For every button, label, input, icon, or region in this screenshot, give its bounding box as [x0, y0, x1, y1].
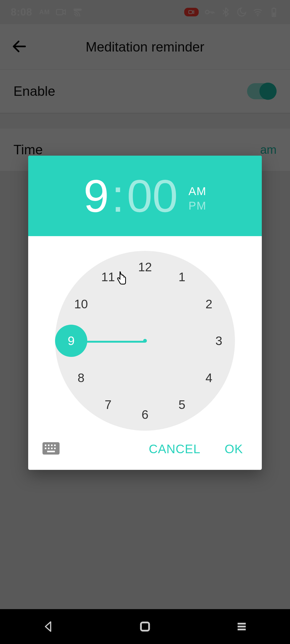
nav-back-button[interactable] [41, 620, 55, 634]
clock-hour-12[interactable]: 12 [137, 259, 153, 275]
cancel-button[interactable]: CANCEL [149, 442, 201, 456]
ampm-selector: AM PM [189, 185, 206, 212]
clock-hour-4[interactable]: 4 [201, 370, 217, 386]
svg-rect-18 [141, 623, 149, 631]
clock-hour-6[interactable]: 6 [137, 407, 153, 423]
clock-hour-11[interactable]: 11 [100, 269, 116, 285]
svg-rect-17 [47, 451, 55, 452]
pointer-cursor-icon [115, 271, 128, 288]
clock-hour-7[interactable]: 7 [100, 397, 116, 413]
am-option[interactable]: AM [189, 185, 206, 198]
clock-hour-2[interactable]: 2 [201, 296, 217, 312]
system-navigation-bar [0, 609, 290, 644]
nav-home-button[interactable] [138, 620, 152, 634]
clock-hour-10[interactable]: 10 [73, 296, 89, 312]
svg-rect-12 [54, 445, 56, 446]
clock-hour-9[interactable]: 9 [55, 325, 87, 357]
ok-button[interactable]: OK [225, 442, 243, 456]
keyboard-input-button[interactable] [42, 441, 60, 456]
time-minute-display[interactable]: 00 [127, 173, 178, 219]
pm-option[interactable]: PM [189, 199, 206, 212]
time-colon: : [112, 173, 124, 219]
svg-rect-14 [48, 448, 49, 449]
svg-rect-13 [45, 448, 46, 449]
svg-rect-9 [45, 445, 46, 446]
clock-face[interactable]: 121234567891011 [55, 251, 235, 431]
clock-center-dot [143, 339, 147, 343]
time-picker-header: 9 : 00 AM PM [28, 156, 262, 236]
clock-hour-8[interactable]: 8 [73, 370, 89, 386]
clock-hour-1[interactable]: 1 [174, 269, 190, 285]
nav-recent-button[interactable] [235, 620, 249, 634]
time-hour-display[interactable]: 9 [84, 173, 109, 219]
time-picker-dialog: 9 : 00 AM PM 121234567891011 CANCEL OK [28, 156, 262, 470]
svg-rect-11 [51, 445, 53, 446]
clock-hour-5[interactable]: 5 [174, 397, 190, 413]
svg-rect-10 [48, 445, 49, 446]
svg-rect-15 [51, 448, 53, 449]
dialog-action-bar: CANCEL OK [28, 433, 262, 470]
clock-hour-3[interactable]: 3 [211, 333, 227, 349]
svg-rect-16 [54, 448, 56, 449]
